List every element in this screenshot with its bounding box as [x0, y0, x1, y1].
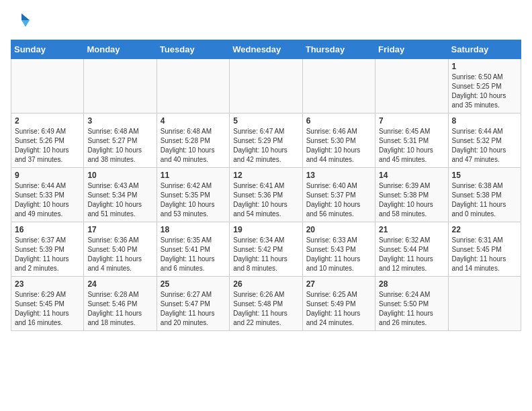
calendar-cell: 3Sunrise: 6:48 AM Sunset: 5:27 PM Daylig…: [84, 113, 157, 167]
calendar-week-0: 1Sunrise: 6:50 AM Sunset: 5:25 PM Daylig…: [11, 58, 521, 113]
day-number: 26: [233, 279, 298, 289]
day-info: Sunrise: 6:36 AM Sunset: 5:40 PM Dayligh…: [87, 236, 152, 273]
day-number: 13: [306, 171, 371, 180]
calendar-cell: 10Sunrise: 6:43 AM Sunset: 5:34 PM Dayli…: [84, 167, 157, 222]
day-info: Sunrise: 6:29 AM Sunset: 5:45 PM Dayligh…: [15, 290, 80, 328]
day-info: Sunrise: 6:48 AM Sunset: 5:28 PM Dayligh…: [161, 127, 226, 165]
day-number: 6: [306, 116, 371, 126]
column-header-tuesday: Tuesday: [157, 40, 229, 58]
calendar-cell: [84, 58, 157, 113]
calendar-body: 1Sunrise: 6:50 AM Sunset: 5:25 PM Daylig…: [11, 58, 521, 330]
calendar-cell: 17Sunrise: 6:36 AM Sunset: 5:40 PM Dayli…: [84, 222, 157, 276]
day-number: 24: [87, 279, 152, 289]
day-info: Sunrise: 6:34 AM Sunset: 5:42 PM Dayligh…: [233, 236, 298, 273]
calendar-cell: 15Sunrise: 6:38 AM Sunset: 5:38 PM Dayli…: [448, 167, 521, 222]
day-info: Sunrise: 6:40 AM Sunset: 5:37 PM Dayligh…: [306, 181, 371, 219]
day-info: Sunrise: 6:33 AM Sunset: 5:43 PM Dayligh…: [306, 236, 371, 273]
day-info: Sunrise: 6:39 AM Sunset: 5:38 PM Dayligh…: [379, 181, 444, 219]
day-info: Sunrise: 6:38 AM Sunset: 5:38 PM Dayligh…: [452, 181, 517, 219]
day-number: 25: [161, 279, 226, 289]
day-info: Sunrise: 6:31 AM Sunset: 5:45 PM Dayligh…: [452, 236, 517, 273]
calendar-cell: 12Sunrise: 6:41 AM Sunset: 5:36 PM Dayli…: [230, 167, 302, 222]
calendar-cell: [11, 58, 84, 113]
calendar-cell: 2Sunrise: 6:49 AM Sunset: 5:26 PM Daylig…: [11, 113, 84, 167]
day-info: Sunrise: 6:42 AM Sunset: 5:35 PM Dayligh…: [161, 181, 226, 219]
day-info: Sunrise: 6:48 AM Sunset: 5:27 PM Dayligh…: [87, 127, 152, 165]
calendar-week-3: 16Sunrise: 6:37 AM Sunset: 5:39 PM Dayli…: [11, 222, 521, 276]
day-number: 1: [452, 62, 517, 71]
calendar-week-2: 9Sunrise: 6:44 AM Sunset: 5:33 PM Daylig…: [11, 167, 521, 222]
calendar-cell: 20Sunrise: 6:33 AM Sunset: 5:43 PM Dayli…: [302, 222, 375, 276]
column-header-sunday: Sunday: [11, 40, 84, 58]
calendar-cell: 1Sunrise: 6:50 AM Sunset: 5:25 PM Daylig…: [448, 58, 521, 113]
page-header: [11, 11, 521, 33]
day-info: Sunrise: 6:28 AM Sunset: 5:46 PM Dayligh…: [87, 290, 152, 328]
svg-marker-0: [21, 13, 30, 20]
day-number: 10: [87, 171, 152, 180]
day-number: 15: [452, 171, 517, 180]
day-info: Sunrise: 6:35 AM Sunset: 5:41 PM Dayligh…: [161, 236, 226, 273]
calendar-cell: 13Sunrise: 6:40 AM Sunset: 5:37 PM Dayli…: [302, 167, 375, 222]
day-number: 9: [15, 171, 80, 180]
logo: [11, 11, 31, 33]
day-info: Sunrise: 6:24 AM Sunset: 5:50 PM Dayligh…: [379, 290, 444, 328]
day-number: 18: [161, 225, 226, 234]
calendar-cell: 7Sunrise: 6:45 AM Sunset: 5:31 PM Daylig…: [375, 113, 448, 167]
day-number: 4: [161, 116, 226, 126]
day-info: Sunrise: 6:44 AM Sunset: 5:33 PM Dayligh…: [15, 181, 80, 219]
calendar-header: SundayMondayTuesdayWednesdayThursdayFrid…: [11, 40, 521, 58]
day-number: 16: [15, 225, 80, 234]
column-header-monday: Monday: [84, 40, 157, 58]
column-header-friday: Friday: [375, 40, 448, 58]
calendar-week-1: 2Sunrise: 6:49 AM Sunset: 5:26 PM Daylig…: [11, 113, 521, 167]
day-info: Sunrise: 6:41 AM Sunset: 5:36 PM Dayligh…: [233, 181, 298, 219]
calendar-cell: 11Sunrise: 6:42 AM Sunset: 5:35 PM Dayli…: [157, 167, 229, 222]
day-number: 5: [233, 116, 298, 126]
day-info: Sunrise: 6:32 AM Sunset: 5:44 PM Dayligh…: [379, 236, 444, 273]
svg-marker-1: [21, 20, 30, 27]
day-info: Sunrise: 6:45 AM Sunset: 5:31 PM Dayligh…: [379, 127, 444, 165]
calendar-cell: [302, 58, 375, 113]
day-number: 2: [15, 116, 80, 126]
calendar-cell: 14Sunrise: 6:39 AM Sunset: 5:38 PM Dayli…: [375, 167, 448, 222]
calendar-cell: 23Sunrise: 6:29 AM Sunset: 5:45 PM Dayli…: [11, 276, 84, 330]
day-number: 21: [379, 225, 444, 234]
calendar-cell: 28Sunrise: 6:24 AM Sunset: 5:50 PM Dayli…: [375, 276, 448, 330]
calendar-cell: 26Sunrise: 6:26 AM Sunset: 5:48 PM Dayli…: [230, 276, 302, 330]
day-info: Sunrise: 6:46 AM Sunset: 5:30 PM Dayligh…: [306, 127, 371, 165]
column-header-wednesday: Wednesday: [230, 40, 302, 58]
calendar-cell: [375, 58, 448, 113]
calendar-cell: 6Sunrise: 6:46 AM Sunset: 5:30 PM Daylig…: [302, 113, 375, 167]
day-number: 12: [233, 171, 298, 180]
day-info: Sunrise: 6:27 AM Sunset: 5:47 PM Dayligh…: [161, 290, 226, 328]
day-number: 23: [15, 279, 80, 289]
calendar-cell: [448, 276, 521, 330]
calendar-cell: 16Sunrise: 6:37 AM Sunset: 5:39 PM Dayli…: [11, 222, 84, 276]
calendar-cell: 22Sunrise: 6:31 AM Sunset: 5:45 PM Dayli…: [448, 222, 521, 276]
calendar-cell: 9Sunrise: 6:44 AM Sunset: 5:33 PM Daylig…: [11, 167, 84, 222]
day-info: Sunrise: 6:25 AM Sunset: 5:49 PM Dayligh…: [306, 290, 371, 328]
calendar-cell: 5Sunrise: 6:47 AM Sunset: 5:29 PM Daylig…: [230, 113, 302, 167]
day-number: 27: [306, 279, 371, 289]
day-number: 8: [452, 116, 517, 126]
logo-icon: [12, 11, 31, 30]
column-header-thursday: Thursday: [302, 40, 375, 58]
day-number: 7: [379, 116, 444, 126]
day-info: Sunrise: 6:49 AM Sunset: 5:26 PM Dayligh…: [15, 127, 80, 165]
day-number: 22: [452, 225, 517, 234]
calendar-cell: 25Sunrise: 6:27 AM Sunset: 5:47 PM Dayli…: [157, 276, 229, 330]
calendar-table: SundayMondayTuesdayWednesdayThursdayFrid…: [11, 40, 521, 331]
day-number: 28: [379, 279, 444, 289]
day-number: 19: [233, 225, 298, 234]
day-number: 17: [87, 225, 152, 234]
day-info: Sunrise: 6:47 AM Sunset: 5:29 PM Dayligh…: [233, 127, 298, 165]
calendar-cell: 4Sunrise: 6:48 AM Sunset: 5:28 PM Daylig…: [157, 113, 229, 167]
day-number: 20: [306, 225, 371, 234]
day-info: Sunrise: 6:37 AM Sunset: 5:39 PM Dayligh…: [15, 236, 80, 273]
calendar-cell: 27Sunrise: 6:25 AM Sunset: 5:49 PM Dayli…: [302, 276, 375, 330]
calendar-cell: 24Sunrise: 6:28 AM Sunset: 5:46 PM Dayli…: [84, 276, 157, 330]
calendar-cell: 21Sunrise: 6:32 AM Sunset: 5:44 PM Dayli…: [375, 222, 448, 276]
column-header-saturday: Saturday: [448, 40, 521, 58]
calendar-cell: 18Sunrise: 6:35 AM Sunset: 5:41 PM Dayli…: [157, 222, 229, 276]
day-info: Sunrise: 6:50 AM Sunset: 5:25 PM Dayligh…: [452, 73, 517, 110]
